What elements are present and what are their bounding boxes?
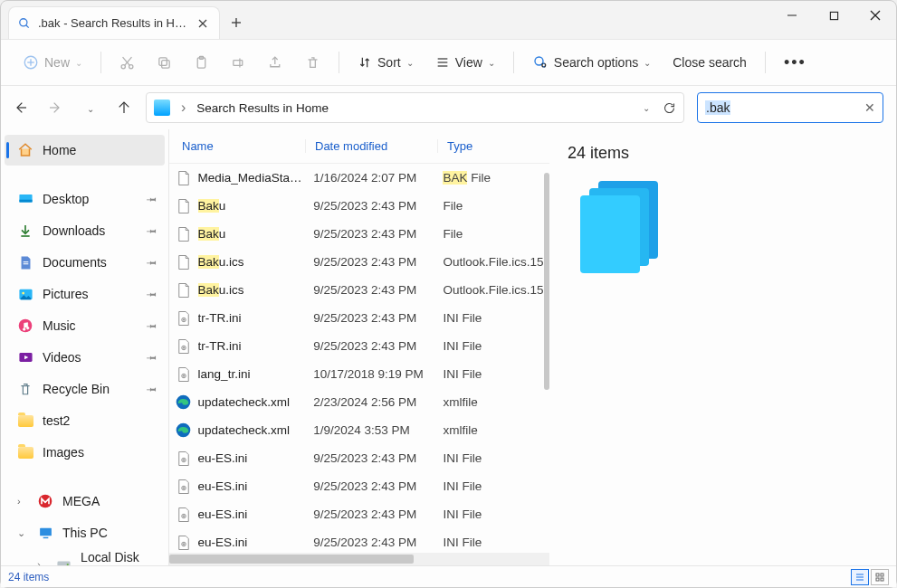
details-view-button[interactable]	[851, 569, 869, 585]
svg-point-59	[183, 487, 185, 488]
view-button[interactable]: View ⌄	[426, 46, 504, 79]
search-box[interactable]: .bak ✕	[697, 92, 883, 123]
sidebar-item-recycle-bin[interactable]: Recycle Bin	[5, 374, 165, 404]
delete-button[interactable]	[296, 46, 329, 79]
column-name[interactable]: Name	[182, 139, 305, 153]
sidebar-item-downloads[interactable]: Downloads	[5, 215, 165, 246]
sidebar-item-music[interactable]: Music	[5, 310, 165, 341]
svg-rect-45	[43, 536, 48, 537]
file-date: 9/25/2023 2:43 PM	[304, 227, 434, 241]
thispc-icon	[37, 525, 53, 541]
file-name: updatecheck.xml	[198, 423, 305, 437]
sidebar-item-label: Pictures	[43, 287, 89, 301]
file-row[interactable]: eu-ES.ini9/25/2023 2:43 PMINI File	[169, 472, 549, 500]
sidebar-item-label: Documents	[43, 255, 107, 270]
sidebar-item-test2[interactable]: test2	[5, 405, 165, 436]
file-row[interactable]: tr-TR.ini9/25/2023 2:43 PMINI File	[169, 304, 549, 332]
minimize-button[interactable]	[771, 1, 813, 30]
sidebar-item-home[interactable]: Home	[5, 135, 165, 166]
clear-search-button[interactable]: ✕	[864, 100, 875, 115]
delete-icon	[305, 55, 320, 71]
home-icon	[17, 142, 33, 158]
sidebar-item-videos[interactable]: Videos	[5, 342, 165, 373]
file-row[interactable]: updatecheck.xml2/23/2024 2:56 PMxmlfile	[169, 388, 549, 416]
sidebar-item-thispc[interactable]: ⌄ This PC	[5, 517, 165, 548]
file-date: 9/25/2023 2:43 PM	[304, 507, 434, 521]
body: Home DesktopDownloadsDocumentsPicturesMu…	[1, 129, 896, 565]
file-type: Outlook.File.ics.15	[434, 255, 549, 269]
file-icon	[175, 309, 193, 327]
pictures-icon	[17, 286, 33, 302]
file-row[interactable]: Baku.ics9/25/2023 2:43 PMOutlook.File.ic…	[169, 276, 549, 304]
sidebar-item-documents[interactable]: Documents	[5, 247, 165, 278]
breadcrumb[interactable]: Search Results in Home	[196, 101, 329, 115]
file-type: xmlfile	[434, 423, 549, 437]
more-button[interactable]: •••	[775, 46, 816, 79]
tab-active[interactable]: .bak - Search Results in Home	[8, 6, 220, 39]
sidebar-item-mega[interactable]: › MEGA	[5, 486, 165, 517]
up-button[interactable]	[117, 100, 133, 115]
rename-button[interactable]	[222, 46, 255, 79]
file-type: INI File	[434, 507, 549, 521]
new-tab-button[interactable]	[220, 6, 253, 39]
file-row[interactable]: Baku9/25/2023 2:43 PMFile	[169, 220, 549, 248]
sort-button[interactable]: Sort ⌄	[348, 46, 423, 79]
scrollbar-thumb[interactable]	[169, 555, 414, 564]
address-bar[interactable]: › Search Results in Home ⌄	[146, 92, 684, 123]
file-date: 9/25/2023 2:43 PM	[304, 536, 434, 549]
refresh-button[interactable]	[663, 101, 676, 115]
horizontal-scrollbar[interactable]	[169, 553, 549, 565]
file-type: File	[434, 227, 549, 241]
file-row[interactable]: lang_tr.ini10/17/2018 9:19 PMINI File	[169, 360, 549, 388]
thumbnails-view-button[interactable]	[871, 569, 889, 585]
forward-button[interactable]	[48, 100, 64, 115]
file-icon	[175, 337, 193, 356]
column-date[interactable]: Date modified	[305, 139, 437, 153]
sort-icon	[358, 55, 372, 70]
column-type[interactable]: Type	[437, 139, 546, 153]
file-name: eu-ES.ini	[198, 479, 305, 493]
recent-button[interactable]: ⌄	[82, 100, 99, 115]
file-row[interactable]: eu-ES.ini9/25/2023 2:43 PMINI File	[169, 528, 549, 553]
file-row[interactable]: tr-TR.ini9/25/2023 2:43 PMINI File	[169, 332, 549, 360]
file-row[interactable]: eu-ES.ini9/25/2023 2:43 PMINI File	[169, 500, 549, 528]
chevron-down-icon: ⌄	[87, 104, 94, 114]
file-row[interactable]: eu-ES.ini9/25/2023 2:43 PMINI File	[169, 444, 549, 472]
file-icon	[175, 394, 193, 412]
tab-close-button[interactable]	[196, 16, 210, 31]
sidebar-item-localdisk[interactable]: › Local Disk (C:)	[5, 549, 165, 565]
cut-button[interactable]	[110, 46, 144, 79]
file-name: lang_tr.ini	[198, 367, 305, 381]
share-button[interactable]	[259, 46, 292, 79]
sidebar-item-desktop[interactable]: Desktop	[5, 184, 165, 214]
nav-arrows: ⌄	[14, 100, 133, 115]
vertical-scrollbar[interactable]	[544, 173, 549, 390]
close-window-button[interactable]	[854, 1, 896, 30]
file-date: 1/16/2024 2:07 PM	[304, 171, 434, 185]
divider	[765, 52, 766, 73]
file-type: File	[434, 199, 549, 213]
svg-rect-67	[876, 574, 879, 576]
back-button[interactable]	[14, 100, 30, 115]
file-icon	[175, 281, 193, 299]
file-row[interactable]: Baku.ics9/25/2023 2:43 PMOutlook.File.ic…	[169, 248, 549, 276]
sidebar-item-pictures[interactable]: Pictures	[5, 279, 165, 309]
sidebar-item-label: This PC	[62, 526, 108, 540]
paste-button[interactable]	[185, 46, 218, 79]
divider	[513, 52, 514, 73]
address-history-button[interactable]: ⌄	[643, 103, 650, 113]
file-date: 9/25/2023 2:43 PM	[304, 311, 434, 325]
search-options-label: Search options	[554, 55, 638, 70]
close-search-button[interactable]: Close search	[663, 46, 756, 79]
search-options-button[interactable]: Search options ⌄	[523, 46, 660, 79]
file-name: eu-ES.ini	[198, 536, 305, 549]
pin-icon	[146, 192, 160, 206]
file-row[interactable]: updatecheck.xml1/9/2024 3:53 PMxmlfile	[169, 416, 549, 444]
sidebar-item-images[interactable]: Images	[5, 437, 165, 468]
file-row[interactable]: Baku9/25/2023 2:43 PMFile	[169, 192, 549, 220]
svg-point-51	[183, 346, 185, 348]
maximize-button[interactable]	[813, 1, 854, 30]
file-row[interactable]: Media_MediaStackE...1/16/2024 2:07 PMBAK…	[169, 164, 549, 192]
new-button[interactable]: New ⌄	[14, 46, 91, 79]
copy-button[interactable]	[148, 46, 181, 79]
